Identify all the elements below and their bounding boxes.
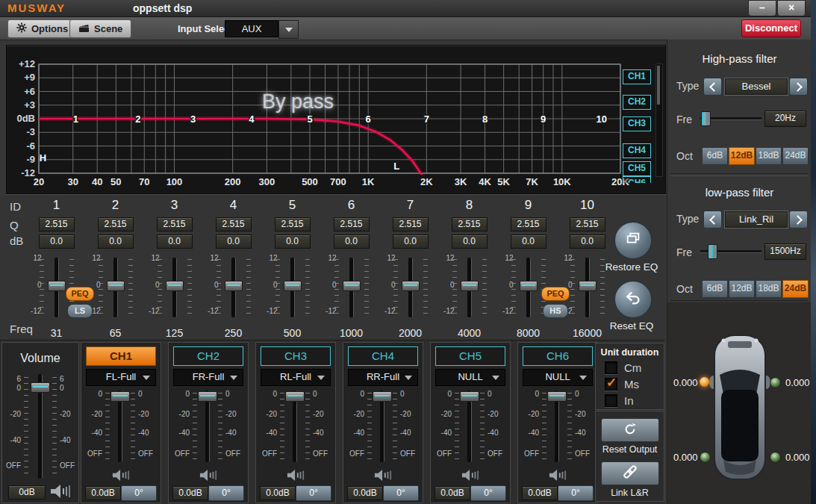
band-gain-value[interactable]: 0.0	[275, 234, 311, 249]
speaker-icon[interactable]	[50, 483, 71, 503]
fader-handle[interactable]	[461, 281, 479, 291]
band-gain-fader[interactable]: 12 0 -12	[387, 256, 435, 320]
band-q-value[interactable]: 2.515	[275, 217, 311, 231]
channel-gain-value[interactable]: 0.0dB	[85, 486, 121, 500]
channel-gain-value[interactable]: 0.0dB	[172, 486, 208, 500]
delay-front-left-value[interactable]: 0.000	[673, 377, 698, 388]
hpf-slope-button[interactable]: 6dB	[702, 147, 728, 165]
fader-handle[interactable]	[285, 391, 305, 402]
band-q-value[interactable]: 2.515	[216, 217, 252, 231]
minimize-button[interactable]: –	[748, 0, 776, 16]
fader-handle[interactable]	[520, 281, 538, 291]
fader-handle[interactable]	[402, 281, 420, 291]
fader-handle[interactable]	[166, 281, 184, 291]
band-gain-value[interactable]: 0.0	[98, 234, 134, 249]
channel-gain-fader[interactable]: 0 -20 -40 OFF 0 -20 -40 OFF	[523, 389, 591, 467]
lpf-slope-button[interactable]: 12dB	[729, 280, 755, 298]
unit-checkbox[interactable]: ✓	[605, 378, 617, 391]
band-gain-value[interactable]: 0.0	[157, 234, 193, 249]
channel-select-button[interactable]: CH5	[435, 346, 505, 366]
channel-gain-fader[interactable]: 0 -20 -40 OFF 0 -20 -40 OFF	[173, 389, 242, 467]
band-gain-value[interactable]: 0.0	[334, 234, 370, 249]
scene-button[interactable]: Scene	[69, 19, 131, 38]
mute-speaker-icon[interactable]	[199, 468, 217, 485]
fader-handle[interactable]	[110, 391, 130, 402]
band-q-value[interactable]: 2.515	[393, 217, 429, 231]
band1-ls-button[interactable]: LS	[67, 304, 93, 318]
lpf-type-next-button[interactable]	[789, 211, 808, 228]
hpf-slope-button[interactable]: 18dB	[756, 147, 782, 165]
delay-rear-right-dot[interactable]	[770, 452, 781, 463]
band-gain-value[interactable]: 0.0	[511, 234, 546, 249]
band-gain-fader[interactable]: 12 0 -12	[92, 256, 140, 320]
channel-select-button[interactable]: CH1	[86, 346, 156, 366]
band-q-value[interactable]: 2.515	[511, 217, 546, 231]
disconnect-button[interactable]: Disconnect	[741, 19, 801, 37]
band9-hs-button[interactable]: HS	[543, 304, 568, 318]
channel-phase-button[interactable]: 0°	[121, 485, 157, 501]
graph-channel-button[interactable]: CH6	[623, 176, 651, 183]
band1-peq-button[interactable]: PEQ	[66, 287, 94, 301]
mute-speaker-icon[interactable]	[374, 468, 392, 485]
fader-handle[interactable]	[107, 281, 125, 291]
channel-select-button[interactable]: CH2	[173, 346, 243, 366]
channel-gain-value[interactable]: 0.0dB	[435, 486, 470, 500]
band-q-value[interactable]: 2.515	[39, 217, 75, 231]
delay-front-left-dot[interactable]	[700, 377, 709, 387]
lpf-slope-button[interactable]: 18dB	[756, 280, 782, 298]
band-gain-fader[interactable]: 12 0 -12	[269, 256, 317, 320]
channel-mode-dropdown[interactable]: NULL	[523, 369, 593, 386]
fader-handle[interactable]	[343, 281, 361, 291]
channel-mode-dropdown[interactable]: RL-Full	[261, 369, 331, 386]
band-gain-value[interactable]: 0.0	[452, 234, 488, 249]
slider-handle[interactable]	[708, 244, 717, 259]
restore-eq-button[interactable]	[614, 221, 653, 260]
input-select-dropdown-button[interactable]	[278, 20, 299, 39]
hpf-frequency-value[interactable]: 20Hz	[764, 111, 806, 127]
hpf-frequency-slider[interactable]	[700, 111, 762, 125]
graph-channel-button[interactable]: CH4	[623, 143, 651, 158]
channel-gain-value[interactable]: 0.0dB	[522, 486, 558, 500]
reset-eq-button[interactable]	[614, 280, 653, 319]
band-gain-fader[interactable]: 12 0 -12	[328, 256, 376, 320]
graph-channel-button[interactable]: CH2	[623, 95, 651, 110]
fader-handle[interactable]	[460, 391, 479, 402]
master-volume-value[interactable]: 0dB	[8, 485, 46, 500]
band-gain-value[interactable]: 0.0	[393, 234, 429, 249]
graph-channel-button[interactable]: CH1	[623, 69, 651, 84]
graph-channel-button[interactable]: CH3	[623, 116, 651, 131]
channel-phase-button[interactable]: 0°	[383, 485, 419, 501]
delay-front-right-value[interactable]: 0.000	[785, 377, 810, 388]
unit-checkbox[interactable]: ✓	[605, 361, 617, 374]
graph-channel-button[interactable]: CH5	[623, 161, 651, 176]
fader-handle[interactable]	[225, 281, 243, 291]
fader-handle[interactable]	[284, 281, 302, 291]
slider-handle[interactable]	[701, 111, 711, 126]
channel-phase-button[interactable]: 0°	[296, 485, 331, 501]
fader-handle[interactable]	[579, 281, 597, 291]
band-gain-value[interactable]: 0.0	[570, 234, 605, 249]
band-q-value[interactable]: 2.515	[452, 217, 488, 231]
band-gain-value[interactable]: 0.0	[216, 234, 252, 249]
channel-gain-value[interactable]: 0.0dB	[347, 486, 383, 500]
channel-phase-button[interactable]: 0°	[208, 485, 244, 501]
mute-speaker-icon[interactable]	[287, 468, 305, 485]
band-q-value[interactable]: 2.515	[570, 217, 605, 231]
fader-handle[interactable]	[547, 391, 567, 402]
channel-gain-fader[interactable]: 0 -20 -40 OFF 0 -20 -40 OFF	[86, 389, 155, 467]
scrollbar-thumb[interactable]	[657, 66, 660, 105]
band-q-value[interactable]: 2.515	[98, 217, 134, 231]
options-button[interactable]: Options	[7, 19, 77, 38]
hpf-type-prev-button[interactable]	[703, 78, 722, 96]
lpf-slope-button[interactable]: 24dB	[782, 280, 809, 298]
channel-gain-fader[interactable]: 0 -20 -40 OFF 0 -20 -40 OFF	[261, 389, 329, 467]
fader-handle[interactable]	[48, 281, 66, 291]
channel-select-button[interactable]: CH6	[523, 346, 593, 366]
band9-peq-button[interactable]: PEQ	[541, 287, 570, 301]
channel-phase-button[interactable]: 0°	[558, 485, 594, 501]
channel-mode-dropdown[interactable]: RR-Full	[348, 369, 418, 386]
delay-rear-right-value[interactable]: 0.000	[785, 452, 810, 463]
eq-frequency-response-graph[interactable]: +12+9+6+30dB-3-6-9-122030405070100200300…	[6, 45, 666, 194]
channel-gain-fader[interactable]: 0 -20 -40 OFF 0 -20 -40 OFF	[348, 389, 417, 467]
lpf-frequency-value[interactable]: 1500Hz	[764, 243, 806, 260]
